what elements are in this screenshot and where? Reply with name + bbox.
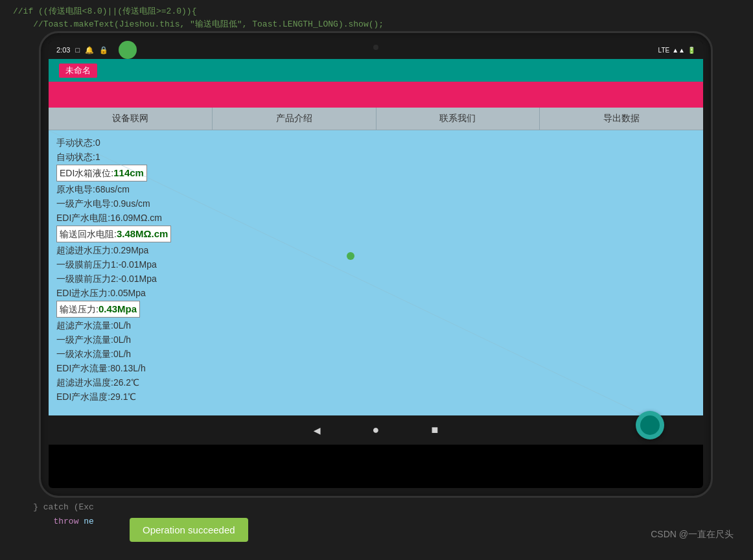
data-first-concentrate-flow: 一级浓水流量:0L/h	[56, 347, 695, 361]
data-edi-label: EDI水箱液位:	[60, 168, 113, 178]
tab-device-network[interactable]: 设备联网	[49, 108, 213, 130]
status-icon-1: □	[75, 46, 80, 54]
data-return-label: 输送回水电阻:	[60, 229, 117, 239]
app-header: 未命名	[49, 59, 703, 82]
data-edi-water-level: EDI水箱液位:114cm	[56, 165, 147, 181]
code-bottom-line-2: throw ne ;	[13, 515, 740, 529]
green-dot-content	[347, 252, 354, 260]
data-return-resistance: 输送回水电阻:3.48MΩ.cm	[56, 226, 171, 242]
status-bar-left: 2:03 □ 🔔 🔒	[56, 41, 137, 59]
tab-contact-us[interactable]: 联系我们	[376, 108, 540, 130]
status-signal-bars: ▲▲	[672, 47, 685, 54]
data-uf-water-flow: 超滤产水流量:0L/h	[56, 318, 695, 332]
fab-button-inner	[640, 415, 660, 435]
data-raw-conductivity: 原水电导:68us/cm	[56, 182, 695, 196]
recent-button[interactable]: ■	[431, 424, 438, 437]
status-icon-2: 🔔	[85, 46, 94, 54]
data-edi-water-temp: EDI产水温度:29.1℃	[56, 390, 695, 404]
data-membrane-pressure-2: 一级膜前压力2:-0.01Mpa	[56, 272, 695, 286]
status-time: 2:03	[56, 46, 70, 54]
data-first-water-flow: 一级产水流量:0L/h	[56, 332, 695, 347]
data-membrane-pressure-1: 一级膜前压力1:-0.01Mpa	[56, 257, 695, 272]
data-edi-inlet-pressure: EDI进水压力:0.05Mpa	[56, 286, 695, 300]
tab-export-data[interactable]: 导出数据	[540, 108, 703, 130]
tablet-frame: 2:03 □ 🔔 🔒 LTE ▲▲ 🔋 未命名 设备联网 产品介绍 联系我们 导…	[39, 31, 713, 498]
code-bottom-area: } catch (Exc throw ne ;	[0, 495, 753, 560]
status-battery: 🔋	[688, 47, 695, 54]
code-top-area: //if ((传送电阻<8.0)||(传送电阻>=2.0)){ //Toast.…	[0, 0, 753, 36]
content-area: 手动状态:0 自动状态:1 EDI水箱液位:114cm 原水电导:68us/cm…	[49, 130, 703, 415]
data-first-water-conductivity: 一级产水电导:0.9us/cm	[56, 196, 695, 211]
nav-tabs: 设备联网 产品介绍 联系我们 导出数据	[49, 108, 703, 130]
tablet-screen: 2:03 □ 🔔 🔒 LTE ▲▲ 🔋 未命名 设备联网 产品介绍 联系我们 导…	[49, 41, 703, 488]
code-line-1: //if ((传送电阻<8.0)||(传送电阻>=2.0)){	[13, 5, 740, 18]
data-edi-water-flow: EDI产水流量:80.13L/h	[56, 361, 695, 375]
app-header-title: 未命名	[59, 64, 97, 78]
csdn-watermark: CSDN @一直在尺头	[651, 529, 734, 541]
data-uf-inlet-temp: 超滤进水温度:26.2℃	[56, 375, 695, 390]
green-circle-status	[119, 41, 137, 59]
status-bar: 2:03 □ 🔔 🔒 LTE ▲▲ 🔋	[49, 41, 703, 59]
status-lte: LTE	[658, 47, 670, 54]
data-auto-state: 自动状态:1	[56, 150, 695, 164]
code-comment-1: //if ((传送电阻<8.0)||(传送电阻>=2.0)){	[13, 6, 196, 16]
tab-product-intro[interactable]: 产品介绍	[213, 108, 376, 130]
code-line-2: //Toast.makeText(Jieshou.this, "输送电阻低", …	[13, 18, 740, 31]
status-icon-3: 🔒	[99, 46, 108, 54]
pink-bar	[49, 82, 703, 108]
camera-dot	[373, 45, 378, 50]
status-bar-right: LTE ▲▲ 🔋	[658, 47, 695, 54]
data-manual-state: 手动状态:0	[56, 135, 695, 150]
data-transfer-value: 0.43Mpa	[98, 303, 137, 314]
code-comment-2: //Toast.makeText(Jieshou.this, "输送电阻低", …	[33, 19, 384, 29]
home-button[interactable]: ●	[373, 424, 380, 437]
data-return-value: 3.48MΩ.cm	[117, 228, 168, 239]
back-button[interactable]: ◀	[314, 423, 321, 438]
data-edi-value: 114cm	[113, 167, 144, 178]
fab-button[interactable]	[636, 411, 664, 439]
data-transfer-label: 输送压力:	[60, 304, 98, 314]
toast-success: Operation succeeded	[130, 518, 248, 542]
data-edi-resistance: EDI产水电阻:16.09MΩ.cm	[56, 211, 695, 225]
data-transfer-pressure: 输送压力:0.43Mpa	[56, 301, 140, 318]
code-bottom-line-1: } catch (Exc	[13, 500, 740, 515]
data-uf-inlet-pressure: 超滤进水压力:0.29Mpa	[56, 243, 695, 257]
bottom-nav: ◀ ● ■	[49, 415, 703, 445]
